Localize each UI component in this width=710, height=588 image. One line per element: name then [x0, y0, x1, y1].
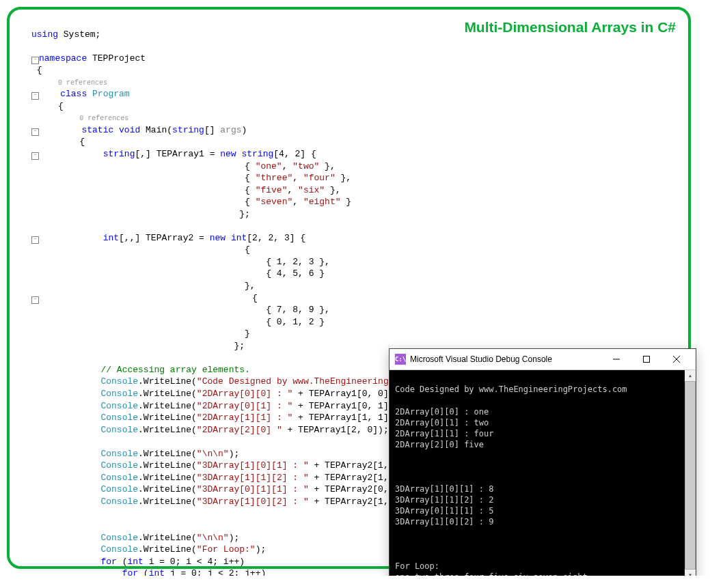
str: "3DArray[1][0][2] : " — [197, 496, 309, 507]
ind: { — [31, 161, 256, 171]
fold-icon[interactable]: - — [31, 236, 39, 244]
type: Console — [100, 449, 138, 459]
console-line: 2DArray[0][0] : one — [395, 407, 489, 417]
kw: int — [103, 233, 119, 243]
txt: .WriteLine( — [138, 460, 197, 471]
txt: [4, 2] { — [273, 149, 316, 159]
txt: .WriteLine( — [138, 401, 197, 411]
txt: ); — [229, 449, 240, 459]
type: Console — [100, 401, 138, 411]
txt: ) — [242, 125, 247, 135]
txt: , — [287, 185, 298, 195]
maximize-button[interactable] — [631, 350, 661, 369]
fold-icon[interactable]: - — [31, 152, 39, 160]
kw: new — [210, 233, 226, 243]
ind: { — [31, 173, 256, 183]
txt: + — [309, 460, 325, 471]
txt: }, — [319, 161, 335, 171]
str: "2DArray[0][1] : " — [197, 401, 292, 411]
brace: { — [58, 101, 64, 111]
console-output: Code Designed by www.TheEngineeringProje… — [390, 370, 696, 576]
type: Console — [100, 412, 138, 423]
brace: { — [37, 65, 42, 75]
str: "eight" — [303, 197, 341, 207]
console-line: 3DArray[1][0][2] : 9 — [395, 517, 494, 527]
console-titlebar[interactable]: C:\ Microsoft Visual Studio Debug Consol… — [390, 349, 696, 370]
type: Console — [100, 425, 138, 435]
ind: { — [31, 197, 256, 207]
type: Program — [92, 89, 130, 99]
fold-icon[interactable]: - — [31, 92, 39, 100]
txt: }, — [336, 173, 351, 183]
console-line: 2DArray[1][1] : four — [395, 429, 494, 438]
txt: ( — [138, 568, 149, 576]
str: "2DArray[0][0] : " — [197, 389, 292, 399]
txt: TEPArray1[0, 1]); — [309, 401, 400, 411]
txt: .WriteLine( — [138, 484, 197, 494]
txt: }, — [31, 281, 256, 291]
txt: + — [282, 425, 298, 435]
txt: TEPProject — [87, 53, 146, 64]
str: "2DArray[2][0] " — [197, 425, 282, 435]
kw-class: class — [60, 89, 87, 99]
str: "four" — [303, 173, 336, 183]
txt: } — [340, 197, 351, 207]
kw: int — [231, 233, 247, 243]
param: args — [220, 125, 241, 135]
close-button[interactable] — [661, 350, 692, 369]
console-title: Microsoft Visual Studio Debug Console — [410, 354, 552, 365]
txt: }; — [31, 209, 250, 219]
sp — [87, 89, 92, 99]
txt: , — [292, 197, 303, 207]
txt: { 4, 5, 6 } — [31, 268, 325, 279]
txt: .WriteLine( — [138, 425, 197, 435]
txt: } — [31, 328, 250, 339]
kw: static — [81, 125, 113, 135]
txt: TEPArray1[0, 0]); — [309, 389, 400, 399]
txt: + — [292, 412, 308, 423]
txt: .WriteLine( — [138, 544, 197, 555]
console-app-icon: C:\ — [395, 354, 406, 365]
codelens[interactable]: 0 references — [58, 79, 107, 87]
txt: Main( — [140, 125, 172, 135]
kw: int — [149, 568, 165, 576]
kw: string — [172, 125, 204, 135]
fold-icon[interactable]: - — [31, 128, 39, 136]
debug-console-window: C:\ Microsoft Visual Studio Debug Consol… — [389, 348, 696, 576]
console-line: Code Designed by www.TheEngineeringProje… — [395, 384, 627, 394]
txt: j = 0; j < 2; j++) — [165, 568, 266, 576]
scroll-down-icon[interactable]: ▾ — [685, 570, 696, 576]
scrollbar-thumb[interactable] — [685, 381, 696, 570]
type: Console — [100, 473, 138, 483]
kw: void — [119, 125, 140, 135]
console-line: 3DArray[1][0][1] : 8 — [395, 484, 494, 494]
txt: [,,] TEPArray2 = — [119, 233, 210, 243]
txt: { 1, 2, 3 }, — [31, 257, 330, 267]
txt: TEPArray1[1, 1]); — [309, 412, 400, 423]
kw: string — [103, 149, 135, 159]
txt: ( — [117, 557, 128, 567]
str: "five" — [256, 185, 288, 195]
type: Console — [100, 376, 138, 387]
txt: .WriteLine( — [138, 533, 197, 543]
txt: ); — [229, 533, 240, 543]
str: "2DArray[1][1] : " — [197, 412, 292, 423]
txt: [2, 2, 3] { — [247, 233, 305, 243]
fold-icon[interactable]: - — [31, 296, 39, 304]
scroll-up-icon[interactable]: ▴ — [685, 370, 696, 381]
str: "two" — [292, 161, 319, 171]
console-line: 3DArray[0][1][1] : 5 — [395, 506, 494, 516]
txt: .WriteLine( — [138, 376, 197, 387]
kw: int — [127, 557, 143, 567]
codelens[interactable]: 0 references — [79, 115, 128, 122]
type: Console — [100, 533, 138, 543]
fold-icon[interactable]: - — [31, 57, 39, 64]
str: "3DArray[1][0][1] : " — [197, 460, 309, 471]
txt: + — [309, 496, 325, 507]
svg-rect-1 — [644, 356, 650, 363]
minimize-button[interactable] — [601, 350, 631, 369]
console-scrollbar[interactable]: ▴ ▾ — [685, 370, 696, 576]
console-line: 3DArray[1][1][2] : 2 — [395, 495, 494, 505]
txt: { 0, 1, 2 } — [31, 317, 325, 327]
type: Console — [100, 484, 138, 494]
